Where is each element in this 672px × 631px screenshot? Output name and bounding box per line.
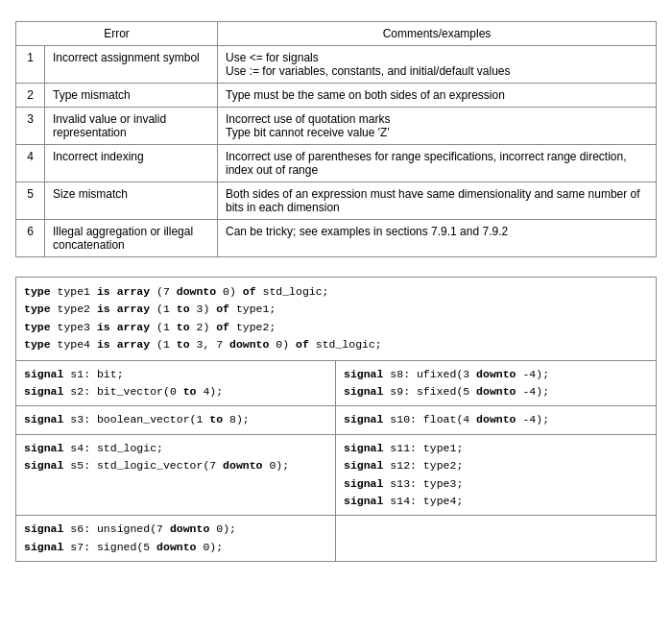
code-cell: signal s3: boolean_vector(1 to 8); [16, 406, 336, 434]
row-error: Size mismatch [45, 182, 218, 220]
table83-section: type type1 is array (7 downto 0) of std_… [15, 277, 657, 562]
table82-header-row: Error Comments/examples [16, 22, 657, 46]
row-comment: Both sides of an expression must have sa… [218, 182, 657, 220]
row-number: 1 [16, 46, 45, 84]
code-top: type type1 is array (7 downto 0) of std_… [16, 278, 656, 361]
table82: Error Comments/examples 1Incorrect assig… [15, 21, 657, 257]
code-line: type type1 is array (7 downto 0) of std_… [24, 283, 648, 301]
code-cell: signal s1: bit;signal s2: bit_vector(0 t… [16, 361, 336, 407]
row-error: Invalid value or invalid representation [45, 108, 218, 145]
row-number: 3 [16, 108, 45, 145]
row-error: Illegal aggregation or illegal concatena… [45, 220, 218, 257]
code-cell: signal s11: type1;signal s12: type2;sign… [336, 435, 656, 517]
row-comment: Use <= for signalsUse := for variables, … [218, 46, 657, 84]
table83-code-block: type type1 is array (7 downto 0) of std_… [15, 277, 657, 562]
code-cell: signal s6: unsigned(7 downto 0);signal s… [16, 516, 336, 561]
table82-section: Error Comments/examples 1Incorrect assig… [15, 21, 657, 257]
table-row: 1Incorrect assignment symbolUse <= for s… [16, 46, 657, 84]
row-number: 4 [16, 145, 45, 182]
row-number: 6 [16, 220, 45, 257]
code-line: type type4 is array (1 to 3, 7 downto 0)… [24, 336, 648, 353]
code-cell: signal s4: std_logic;signal s5: std_logi… [16, 435, 336, 517]
code-cell [336, 516, 656, 561]
row-comment: Can be tricky; see examples in sections … [218, 220, 657, 257]
header-error-col: Error [16, 22, 218, 46]
table-row: 5Size mismatchBoth sides of an expressio… [16, 182, 657, 220]
row-number: 5 [16, 182, 45, 220]
row-number: 2 [16, 84, 45, 108]
row-error: Type mismatch [45, 84, 218, 108]
row-error: Incorrect assignment symbol [45, 46, 218, 84]
row-comment: Incorrect use of quotation marksType bit… [218, 108, 657, 145]
table-row: 3Invalid value or invalid representation… [16, 108, 657, 145]
header-comment-col: Comments/examples [218, 22, 657, 46]
row-comment: Incorrect use of parentheses for range s… [218, 145, 657, 182]
code-cell: signal s8: ufixed(3 downto -4);signal s9… [336, 361, 656, 407]
code-cell: signal s10: float(4 downto -4); [336, 406, 656, 434]
code-line: type type3 is array (1 to 2) of type2; [24, 319, 648, 336]
table-row: 4Incorrect indexingIncorrect use of pare… [16, 145, 657, 182]
table-row: 6Illegal aggregation or illegal concaten… [16, 220, 657, 257]
row-comment: Type must be the same on both sides of a… [218, 84, 657, 108]
table-row: 2Type mismatchType must be the same on b… [16, 84, 657, 108]
row-error: Incorrect indexing [45, 145, 218, 182]
code-grid: signal s1: bit;signal s2: bit_vector(0 t… [16, 361, 656, 562]
code-line: type type2 is array (1 to 3) of type1; [24, 301, 648, 318]
